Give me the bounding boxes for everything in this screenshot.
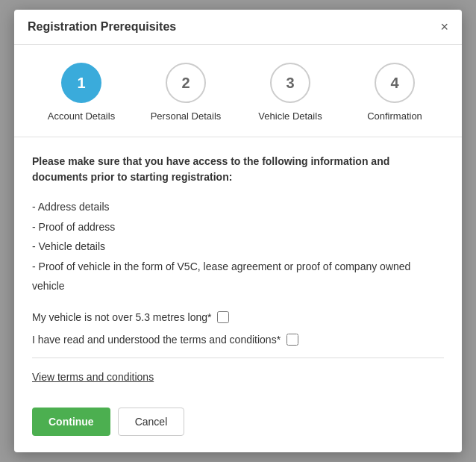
step-2-label: Personal Details [151,110,222,122]
checklist-item-1: - Address details [32,197,444,217]
modal-body: Please make sure that you have access to… [14,137,462,400]
continue-button[interactable]: Continue [32,408,110,436]
checklist: - Address details - Proof of address - V… [32,197,444,296]
step-4-number: 4 [390,75,398,92]
steps-row: 1 Account Details 2 Personal Details 3 V… [14,45,462,137]
step-4: 4 Confirmation [342,63,447,122]
step-3-circle: 3 [270,63,310,103]
modal-header: Registration Prerequisites × [14,10,462,45]
terms-link[interactable]: View terms and conditions [32,371,154,383]
step-3: 3 Vehicle Details [238,63,342,122]
step-2-circle: 2 [166,63,206,103]
step-4-circle: 4 [375,63,415,103]
checklist-item-4: - Proof of vehicle in the form of V5C, l… [32,257,444,296]
checklist-item-3: - Vehicle details [32,237,444,257]
vehicle-length-label: My vehicle is not over 5.3 metres long* [32,311,211,323]
checklist-item-2: - Proof of address [32,217,444,237]
terms-read-row: I have read and understood the terms and… [32,334,444,346]
modal-footer: Continue Cancel [14,400,462,452]
step-4-label: Confirmation [367,110,422,122]
modal-title: Registration Prerequisites [28,20,176,34]
modal-overlay: Registration Prerequisites × 1 Account D… [0,0,476,462]
terms-read-checkbox[interactable] [286,334,298,346]
step-3-label: Vehicle Details [258,110,322,122]
step-1: 1 Account Details [29,63,134,122]
step-2-number: 2 [181,75,190,92]
modal-dialog: Registration Prerequisites × 1 Account D… [14,10,462,452]
step-2: 2 Personal Details [134,63,238,122]
divider [32,358,444,358]
vehicle-length-checkbox[interactable] [217,311,229,323]
step-3-number: 3 [286,75,294,92]
terms-read-label: I have read and understood the terms and… [32,334,281,346]
cancel-button[interactable]: Cancel [118,408,185,436]
close-button[interactable]: × [440,20,448,34]
intro-text: Please make sure that you have access to… [32,154,444,185]
vehicle-length-row: My vehicle is not over 5.3 metres long* [32,311,444,323]
step-1-number: 1 [77,75,85,92]
step-1-label: Account Details [48,110,115,122]
step-1-circle: 1 [61,63,101,103]
